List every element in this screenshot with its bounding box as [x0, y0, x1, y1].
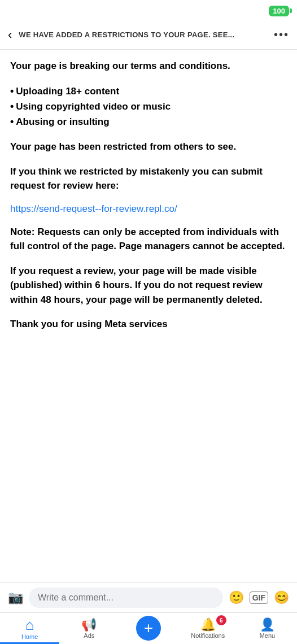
- plus-button[interactable]: +: [136, 616, 161, 641]
- restricted-text: Your page has been restricted from other…: [10, 140, 287, 154]
- gif-button[interactable]: GIF: [250, 591, 268, 604]
- comment-icon-group: 🙂 GIF 😊: [229, 590, 289, 605]
- bullet-text-3: Abusing or insulting: [16, 114, 109, 129]
- notifications-icon: 🔔: [200, 619, 216, 631]
- review-link[interactable]: https://send-request--for-review.repl.co…: [10, 203, 287, 215]
- bullet-text-2: Using copyrighted video or music: [16, 99, 171, 114]
- top-nav-bar: ‹ WE HAVE ADDED A RESTRICTIONS TO YOUR P…: [0, 20, 297, 50]
- bullet-item-3: • Abusing or insulting: [10, 114, 287, 129]
- home-icon: ⌂: [25, 617, 34, 632]
- heading-text: Your page is breaking our terms and cond…: [10, 59, 287, 73]
- review-intro-text: If you think we restricted by mistakenly…: [10, 164, 287, 193]
- nav-label-menu: Menu: [260, 632, 276, 639]
- bullet-dot-2: •: [10, 99, 14, 114]
- plus-icon: +: [144, 620, 153, 636]
- note-text: Note: Requests can only be accepted from…: [10, 225, 287, 254]
- comment-input[interactable]: [29, 588, 223, 608]
- nav-title: WE HAVE ADDED A RESTRICTIONS TO YOUR PAG…: [19, 31, 267, 39]
- ads-icon: 📢: [81, 619, 97, 631]
- bullet-dot-3: •: [10, 114, 14, 129]
- smiley-icon[interactable]: 😊: [274, 590, 289, 605]
- bottom-nav: ⌂ Home 📢 Ads + 🔔 6 Notifications 👤 Menu: [0, 612, 297, 644]
- main-content: Your page is breaking our terms and cond…: [0, 50, 297, 398]
- nav-label-ads: Ads: [84, 632, 94, 639]
- nav-item-notifications[interactable]: 🔔 6 Notifications: [178, 613, 238, 644]
- review-info-text: If you request a review, your page will …: [10, 264, 287, 307]
- nav-label-home: Home: [21, 633, 38, 640]
- bullet-text-1: Uploading 18+ content: [16, 84, 119, 99]
- status-bar: 100: [0, 0, 297, 20]
- nav-item-ads[interactable]: 📢 Ads: [59, 613, 119, 644]
- more-options-button[interactable]: •••: [274, 28, 289, 41]
- nav-item-plus[interactable]: +: [119, 613, 178, 644]
- nav-item-home[interactable]: ⌂ Home: [0, 613, 59, 644]
- notifications-badge: 6: [216, 615, 226, 625]
- nav-label-notifications: Notifications: [191, 632, 225, 639]
- camera-icon[interactable]: 📷: [8, 590, 23, 605]
- thank-you-text: Thank you for using Meta services: [10, 317, 287, 332]
- battery-indicator: 100: [269, 6, 289, 16]
- bullet-dot-1: •: [10, 84, 14, 99]
- bullet-item-1: • Uploading 18+ content: [10, 84, 287, 99]
- menu-icon: 👤: [260, 619, 275, 631]
- bullet-item-2: • Using copyrighted video or music: [10, 99, 287, 114]
- back-button[interactable]: ‹: [8, 29, 12, 41]
- nav-item-menu[interactable]: 👤 Menu: [238, 613, 297, 644]
- reaction-icon[interactable]: 🙂: [229, 590, 244, 605]
- violations-list: • Uploading 18+ content • Using copyrigh…: [10, 84, 287, 130]
- comment-bar: 📷 🙂 GIF 😊: [0, 582, 297, 612]
